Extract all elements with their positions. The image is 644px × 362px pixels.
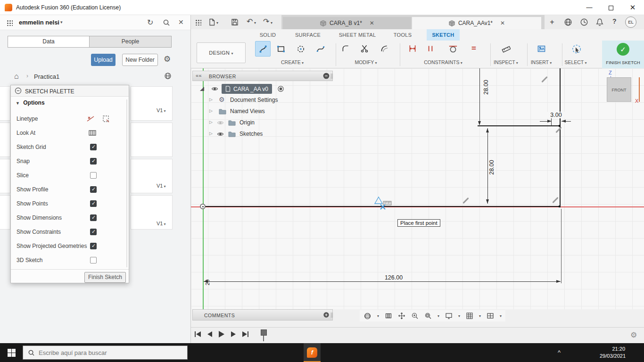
minimize-button[interactable]: — (578, 0, 600, 15)
show-profile-checkbox[interactable] (90, 186, 97, 193)
tab-sketch[interactable]: SKETCH (427, 29, 460, 41)
viewports-icon[interactable] (487, 312, 494, 320)
notifications-bell-icon[interactable] (595, 18, 604, 26)
sketch-line[interactable] (560, 125, 561, 207)
rectangle-tool[interactable] (273, 41, 289, 57)
user-menu-caret-icon[interactable]: ▾ (60, 20, 63, 25)
finish-sketch-button[interactable]: Finish Sketch (84, 272, 126, 283)
collapse-browser-icon[interactable]: «« (196, 73, 202, 78)
dimension-label[interactable]: 3.00 (545, 112, 567, 118)
grid-snap-icon[interactable] (466, 312, 473, 320)
show-dimensions-checkbox[interactable] (90, 214, 97, 221)
timeline-step-back-button[interactable] (207, 331, 212, 337)
tab-people[interactable]: People (90, 36, 172, 48)
centerline-icon[interactable] (102, 115, 110, 123)
refresh-icon[interactable]: ↻ (147, 18, 153, 27)
version-thumbnail[interactable] (0, 123, 10, 157)
web-globe-icon[interactable] (164, 72, 172, 80)
select-tool[interactable] (569, 41, 584, 57)
timeline-settings-gear-icon[interactable]: ⚙ (630, 330, 637, 339)
data-settings-gear-icon[interactable]: ⚙ (164, 54, 171, 64)
spline-tool[interactable] (313, 41, 328, 57)
undo-icon[interactable]: ↶ (247, 17, 253, 26)
panel-grip[interactable] (331, 74, 331, 79)
version-thumbnail[interactable] (131, 123, 173, 157)
create-group-label[interactable]: CREATE (264, 59, 321, 67)
browser-item-component[interactable]: CARA _AA v0 (192, 84, 333, 94)
visibility-off-eye-icon[interactable] (217, 120, 224, 126)
upload-button[interactable]: Upload (91, 54, 116, 66)
display-caret-icon[interactable]: ▾ (458, 314, 460, 318)
circle-tool[interactable] (293, 41, 308, 57)
taskbar-clock[interactable]: 21:20 29/03/2021 (600, 346, 625, 360)
modify-group-label[interactable]: MODIFY (338, 59, 394, 67)
version-thumbnail[interactable] (0, 195, 10, 230)
tab-data[interactable]: Data (8, 36, 90, 48)
sketch-palette-header[interactable]: SKETCH PALETTE (11, 85, 129, 97)
user-name[interactable]: emmelin nelsi (19, 19, 59, 26)
close-tab-icon[interactable]: ✕ (500, 20, 505, 26)
tangent-constraint-icon[interactable] (445, 41, 461, 57)
start-button[interactable] (8, 349, 16, 357)
user-avatar[interactable]: EL (625, 16, 636, 28)
browser-panel-header[interactable]: «« BROWSER (192, 71, 333, 81)
show-projected-geometries-checkbox[interactable] (90, 243, 97, 249)
version-thumbnail[interactable] (0, 86, 10, 121)
expand-caret-icon[interactable]: ▷ (209, 108, 213, 113)
show-points-checkbox[interactable] (90, 200, 97, 207)
redo-icon[interactable]: ↷ (263, 17, 269, 26)
add-comment-icon[interactable] (323, 312, 330, 318)
viewcube-front-face[interactable]: FRONT (607, 77, 631, 102)
dimension-label[interactable]: 20 (205, 276, 210, 288)
zoom-icon[interactable] (411, 312, 419, 320)
trim-tool[interactable] (357, 41, 372, 56)
version-badge[interactable]: V1 (156, 183, 166, 189)
finish-sketch-zone[interactable]: ✓ FINISH SKETCH (602, 41, 644, 68)
sketch-dimension-tool[interactable] (405, 41, 420, 56)
slice-checkbox[interactable] (90, 172, 97, 179)
activate-radio-icon[interactable] (277, 85, 284, 92)
look-at-icon[interactable] (385, 312, 392, 320)
apps-grid-icon[interactable] (7, 20, 13, 26)
fit-caret-icon[interactable]: ▾ (438, 314, 439, 318)
comments-panel-header[interactable]: COMMENTS (192, 309, 333, 321)
undo-caret-icon[interactable]: ▾ (254, 21, 256, 25)
orbit-caret-icon[interactable]: ▾ (377, 314, 379, 318)
pan-icon[interactable] (398, 312, 405, 320)
version-thumbnail[interactable] (131, 86, 173, 121)
save-icon[interactable] (231, 18, 239, 26)
version-thumbnail[interactable] (0, 159, 10, 193)
dimension-label[interactable]: 126.00 (380, 274, 408, 281)
orbit-icon[interactable] (363, 312, 372, 320)
palette-scrollbar[interactable] (126, 99, 127, 267)
snap-checkbox[interactable] (90, 158, 97, 165)
sketch-line[interactable] (478, 125, 561, 126)
construction-line-icon[interactable] (86, 115, 95, 123)
timeline-skip-end-button[interactable] (242, 331, 248, 337)
redo-caret-icon[interactable]: ▾ (271, 21, 272, 25)
tab-tools[interactable]: TOOLS (386, 29, 420, 41)
3d-sketch-checkbox[interactable] (90, 257, 97, 263)
zoom-fit-icon[interactable] (424, 312, 432, 320)
dimension-label[interactable]: 28.00 (488, 158, 495, 177)
taskbar-search-box[interactable] (23, 346, 188, 360)
new-design-caret-icon[interactable]: ▾ (216, 21, 218, 25)
search-icon[interactable] (163, 19, 170, 26)
look-at-icon[interactable] (88, 129, 97, 137)
origin-point[interactable] (200, 204, 206, 209)
selected-component-chip[interactable]: CARA _AA v0 (222, 84, 272, 94)
job-status-clock-icon[interactable] (580, 18, 588, 26)
tab-surface[interactable]: SURFACE (287, 29, 329, 41)
select-group-label[interactable]: SELECT (552, 59, 599, 67)
expand-caret-icon[interactable]: ▷ (209, 120, 213, 124)
workspace-selector[interactable]: DESIGN ▾ (197, 42, 246, 63)
app-grid-icon[interactable] (195, 19, 201, 25)
visibility-eye-icon[interactable] (211, 86, 218, 92)
insert-image-tool[interactable] (534, 41, 548, 56)
tab-sheet-metal[interactable]: SHEET METAL (334, 29, 381, 41)
timeline-position-marker[interactable] (261, 329, 267, 341)
version-badge[interactable]: V1 (156, 221, 166, 226)
constraints-group-label[interactable]: CONSTRAINTS (410, 59, 476, 67)
home-icon[interactable]: ⌂ (14, 72, 19, 81)
new-folder-button[interactable]: New Folder (122, 54, 158, 66)
